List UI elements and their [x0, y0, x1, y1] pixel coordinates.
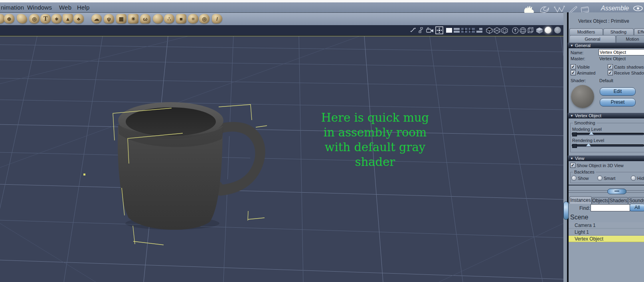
fire-primitive-icon[interactable]: ψ — [104, 14, 114, 24]
sphere-primitive-icon[interactable]: ⊕ — [4, 14, 14, 24]
visible-checkbox[interactable] — [571, 64, 576, 69]
metaball-teeth-icon[interactable]: ω — [140, 14, 150, 24]
preview-sphere-box-icon[interactable] — [501, 27, 508, 35]
preview-textured-sphere-icon[interactable] — [554, 27, 561, 34]
text-tool-icon[interactable]: T — [40, 14, 51, 24]
pan-tool-icon[interactable] — [435, 26, 443, 36]
panel-divider[interactable] — [563, 12, 567, 282]
preview-flat-cube-icon[interactable] — [536, 27, 543, 35]
camera-tool-icon[interactable]: ■ — [176, 14, 186, 24]
layout-mixed-icon[interactable] — [476, 28, 482, 33]
section-view-header[interactable]: ▼View — [568, 156, 644, 161]
magic-wand-icon[interactable] — [409, 27, 417, 35]
preview-shaded-sphere-icon[interactable] — [545, 27, 551, 34]
blob-tool-icon[interactable] — [153, 14, 163, 24]
collapse-triangle-icon[interactable]: ▼ — [570, 156, 573, 162]
plant-primitive-icon[interactable]: ♣ — [73, 14, 84, 24]
hierarchy-tool-icon[interactable]: ≡ — [188, 14, 198, 24]
tab-modifiers[interactable]: Modifiers — [569, 28, 603, 35]
tab-instances[interactable]: Instances — [569, 196, 592, 204]
bones-tool-icon[interactable] — [17, 14, 27, 24]
bone-tool-icon[interactable]: / — [212, 14, 222, 24]
scene-item-camera1[interactable]: Camera 1 — [569, 222, 644, 229]
find-input[interactable] — [591, 204, 630, 211]
spike-object-icon[interactable]: ☀ — [128, 14, 138, 24]
collapse-triangle-icon[interactable]: ▼ — [570, 43, 573, 49]
layout-single-icon[interactable] — [446, 28, 452, 33]
rendering-level-slider[interactable] — [572, 144, 644, 147]
cloud-primitive-icon[interactable]: ☁ — [91, 14, 102, 24]
tab-sounds[interactable]: Sounds — [628, 197, 644, 204]
layout-grid-b-icon[interactable] — [469, 28, 475, 33]
tab-motion[interactable]: Motion — [616, 35, 644, 43]
section-general-header[interactable]: ▼General — [568, 43, 644, 48]
panel-scroll-handle[interactable] — [563, 201, 569, 220]
hot-point-marker[interactable] — [83, 174, 85, 176]
shader-value: Default — [599, 78, 613, 83]
tab-shaders[interactable]: Shaders — [609, 197, 628, 204]
rock-scatter-icon[interactable]: ▦ — [116, 14, 126, 24]
master-value: Vertex Object — [599, 56, 626, 61]
floor-grid — [0, 36, 563, 282]
menu-animation[interactable]: nimation — [1, 4, 24, 11]
casts-shadows-checkbox[interactable] — [608, 64, 613, 69]
preview-circle-arrow-icon[interactable] — [512, 27, 519, 35]
scene-tree-icon[interactable] — [418, 27, 425, 35]
backfaces-hide-radio[interactable] — [631, 176, 636, 181]
splitter-handle[interactable] — [607, 189, 626, 194]
menu-help[interactable]: Help — [77, 4, 90, 11]
preview-wire-cube-icon[interactable] — [527, 27, 534, 35]
modeling-level-slider[interactable] — [572, 133, 644, 135]
receive-shadows-label: Receive Shadows — [614, 71, 644, 75]
viewport-render — [0, 36, 563, 282]
preview-wire-sphere-icon[interactable] — [520, 27, 526, 35]
menu-web[interactable]: Web — [59, 4, 71, 11]
camera-view-icon[interactable] — [426, 27, 434, 35]
tab-general[interactable]: General — [569, 35, 616, 43]
receive-shadows-checkbox[interactable] — [608, 70, 613, 75]
backfaces-show-label: Show — [578, 176, 589, 181]
current-room-label: Assemble — [601, 5, 629, 12]
layout-two-icon[interactable] — [454, 28, 460, 33]
terrain-primitive-icon[interactable]: ▲ — [63, 14, 73, 24]
visibility-eye-icon[interactable] — [633, 5, 643, 13]
menu-windows[interactable]: Windows — [27, 4, 52, 11]
section-vertex-object-header[interactable]: ▼Vertex Object — [568, 113, 644, 118]
preview-wire-box-icon[interactable] — [494, 27, 500, 35]
tab-objects[interactable]: Objects — [592, 197, 609, 204]
preview-box-icon[interactable] — [486, 27, 493, 35]
particle-emitter-icon[interactable]: ∗ — [51, 14, 62, 24]
wall-grid — [0, 36, 563, 282]
animated-label: Animated — [577, 71, 595, 75]
rotation-tool-icon[interactable]: ◎ — [29, 14, 40, 24]
show-object-checkbox[interactable] — [570, 163, 575, 168]
spray-tool-icon[interactable]: ∴ — [164, 14, 174, 24]
preset-shader-button[interactable]: Preset — [600, 98, 636, 106]
shader-label: Shader: — [571, 78, 586, 83]
viewport-3d[interactable] — [0, 36, 563, 282]
animated-checkbox[interactable] — [571, 70, 576, 75]
slider-end-block — [572, 144, 577, 148]
scene-item-vertex-object[interactable]: Vertex Object — [569, 236, 644, 242]
annotation-line: with default gray shader — [309, 140, 441, 170]
master-label: Master: — [571, 56, 585, 61]
edit-shader-button[interactable]: Edit — [600, 87, 636, 96]
backfaces-smart-label: Smart — [604, 176, 615, 181]
target-helper-icon[interactable]: ◎ — [199, 14, 209, 24]
shader-preview-sphere[interactable] — [571, 85, 594, 108]
mug-object[interactable] — [118, 102, 259, 230]
scene-item-light1[interactable]: Light 1 — [569, 229, 644, 235]
visible-label: Visible — [577, 65, 590, 69]
splitter-line — [569, 192, 644, 193]
name-input[interactable] — [599, 49, 644, 55]
layout-grid-a-icon[interactable] — [461, 28, 467, 33]
tab-effects[interactable]: Effects — [634, 28, 644, 35]
collapse-triangle-icon[interactable]: ▼ — [570, 113, 573, 119]
backfaces-smart-radio[interactable] — [597, 176, 603, 181]
backfaces-show-radio[interactable] — [571, 176, 577, 181]
modeling-level-thumb[interactable] — [589, 132, 594, 135]
find-all-button[interactable]: All — [630, 204, 644, 211]
tab-shading[interactable]: Shading — [603, 28, 634, 35]
backfaces-hide-label: Hide — [637, 176, 644, 181]
rendering-level-thumb[interactable] — [586, 143, 591, 146]
